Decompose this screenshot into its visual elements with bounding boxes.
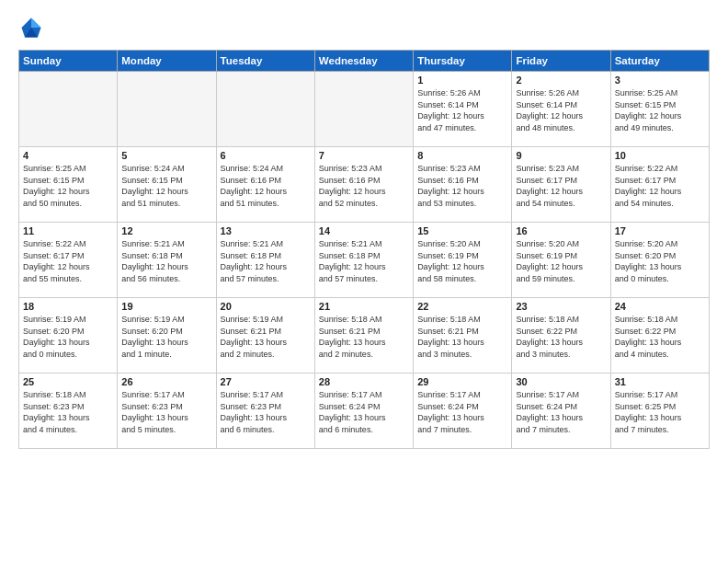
day-number: 10 [615, 150, 705, 161]
day-cell [19, 72, 118, 147]
week-row-2: 11Sunrise: 5:22 AM Sunset: 6:17 PM Dayli… [19, 223, 710, 298]
day-number: 26 [121, 376, 211, 387]
day-number: 17 [615, 225, 705, 236]
day-number: 25 [23, 376, 113, 387]
day-number: 7 [319, 150, 409, 161]
day-cell: 31Sunrise: 5:17 AM Sunset: 6:25 PM Dayli… [610, 373, 709, 449]
day-info: Sunrise: 5:24 AM Sunset: 6:15 PM Dayligh… [121, 163, 211, 209]
day-info: Sunrise: 5:19 AM Sunset: 6:20 PM Dayligh… [121, 314, 211, 360]
day-info: Sunrise: 5:23 AM Sunset: 6:16 PM Dayligh… [319, 163, 409, 209]
day-info: Sunrise: 5:18 AM Sunset: 6:23 PM Dayligh… [23, 389, 113, 435]
day-info: Sunrise: 5:23 AM Sunset: 6:17 PM Dayligh… [516, 163, 606, 209]
day-info: Sunrise: 5:26 AM Sunset: 6:14 PM Dayligh… [417, 87, 507, 133]
day-cell: 25Sunrise: 5:18 AM Sunset: 6:23 PM Dayli… [19, 373, 118, 449]
day-number: 2 [516, 75, 606, 86]
day-number: 20 [221, 301, 311, 312]
page: SundayMondayTuesdayWednesdayThursdayFrid… [0, 0, 728, 563]
day-cell: 19Sunrise: 5:19 AM Sunset: 6:20 PM Dayli… [118, 298, 216, 373]
week-row-3: 18Sunrise: 5:19 AM Sunset: 6:20 PM Dayli… [19, 298, 710, 373]
day-number: 28 [319, 376, 409, 387]
week-row-1: 4Sunrise: 5:25 AM Sunset: 6:15 PM Daylig… [19, 147, 710, 223]
day-number: 18 [23, 301, 113, 312]
day-number: 16 [516, 225, 606, 236]
day-cell: 20Sunrise: 5:19 AM Sunset: 6:21 PM Dayli… [216, 298, 314, 373]
day-info: Sunrise: 5:24 AM Sunset: 6:16 PM Dayligh… [221, 163, 311, 209]
day-cell: 22Sunrise: 5:18 AM Sunset: 6:21 PM Dayli… [414, 298, 512, 373]
day-cell: 28Sunrise: 5:17 AM Sunset: 6:24 PM Dayli… [314, 373, 413, 449]
day-cell: 14Sunrise: 5:21 AM Sunset: 6:18 PM Dayli… [314, 223, 413, 298]
day-number: 24 [615, 301, 705, 312]
day-info: Sunrise: 5:20 AM Sunset: 6:19 PM Dayligh… [516, 238, 606, 284]
header [18, 15, 710, 40]
logo [18, 15, 48, 40]
day-cell: 17Sunrise: 5:20 AM Sunset: 6:20 PM Dayli… [610, 223, 709, 298]
day-cell: 1Sunrise: 5:26 AM Sunset: 6:14 PM Daylig… [414, 72, 512, 147]
day-info: Sunrise: 5:17 AM Sunset: 6:23 PM Dayligh… [121, 389, 211, 435]
day-info: Sunrise: 5:17 AM Sunset: 6:23 PM Dayligh… [221, 389, 311, 435]
day-cell: 10Sunrise: 5:22 AM Sunset: 6:17 PM Dayli… [610, 147, 709, 223]
day-number: 19 [121, 301, 211, 312]
day-info: Sunrise: 5:17 AM Sunset: 6:24 PM Dayligh… [417, 389, 507, 435]
weekday-tuesday: Tuesday [216, 51, 314, 72]
day-info: Sunrise: 5:21 AM Sunset: 6:18 PM Dayligh… [319, 238, 409, 284]
day-cell: 7Sunrise: 5:23 AM Sunset: 6:16 PM Daylig… [314, 147, 413, 223]
day-cell: 27Sunrise: 5:17 AM Sunset: 6:23 PM Dayli… [216, 373, 314, 449]
day-cell: 9Sunrise: 5:23 AM Sunset: 6:17 PM Daylig… [512, 147, 610, 223]
day-info: Sunrise: 5:20 AM Sunset: 6:20 PM Dayligh… [615, 238, 705, 284]
day-info: Sunrise: 5:26 AM Sunset: 6:14 PM Dayligh… [516, 87, 606, 133]
day-number: 12 [121, 225, 211, 236]
day-number: 1 [417, 75, 507, 86]
day-number: 4 [23, 150, 113, 161]
day-cell: 30Sunrise: 5:17 AM Sunset: 6:24 PM Dayli… [512, 373, 610, 449]
day-cell: 13Sunrise: 5:21 AM Sunset: 6:18 PM Dayli… [216, 223, 314, 298]
day-cell: 21Sunrise: 5:18 AM Sunset: 6:21 PM Dayli… [314, 298, 413, 373]
day-info: Sunrise: 5:23 AM Sunset: 6:16 PM Dayligh… [417, 163, 507, 209]
day-number: 27 [221, 376, 311, 387]
weekday-header-row: SundayMondayTuesdayWednesdayThursdayFrid… [19, 51, 710, 72]
weekday-sunday: Sunday [19, 51, 118, 72]
day-info: Sunrise: 5:17 AM Sunset: 6:25 PM Dayligh… [615, 389, 705, 435]
day-info: Sunrise: 5:22 AM Sunset: 6:17 PM Dayligh… [615, 163, 705, 209]
day-cell: 16Sunrise: 5:20 AM Sunset: 6:19 PM Dayli… [512, 223, 610, 298]
day-number: 23 [516, 301, 606, 312]
day-info: Sunrise: 5:17 AM Sunset: 6:24 PM Dayligh… [516, 389, 606, 435]
day-number: 11 [23, 225, 113, 236]
day-cell: 11Sunrise: 5:22 AM Sunset: 6:17 PM Dayli… [19, 223, 118, 298]
day-cell: 15Sunrise: 5:20 AM Sunset: 6:19 PM Dayli… [414, 223, 512, 298]
day-info: Sunrise: 5:19 AM Sunset: 6:21 PM Dayligh… [221, 314, 311, 360]
day-info: Sunrise: 5:18 AM Sunset: 6:22 PM Dayligh… [516, 314, 606, 360]
svg-marker-1 [31, 18, 41, 29]
weekday-wednesday: Wednesday [314, 51, 413, 72]
day-number: 5 [121, 150, 211, 161]
day-cell: 29Sunrise: 5:17 AM Sunset: 6:24 PM Dayli… [414, 373, 512, 449]
day-number: 21 [319, 301, 409, 312]
day-info: Sunrise: 5:22 AM Sunset: 6:17 PM Dayligh… [23, 238, 113, 284]
weekday-saturday: Saturday [610, 51, 709, 72]
day-cell: 23Sunrise: 5:18 AM Sunset: 6:22 PM Dayli… [512, 298, 610, 373]
day-number: 9 [516, 150, 606, 161]
day-cell: 18Sunrise: 5:19 AM Sunset: 6:20 PM Dayli… [19, 298, 118, 373]
day-cell: 4Sunrise: 5:25 AM Sunset: 6:15 PM Daylig… [19, 147, 118, 223]
day-number: 14 [319, 225, 409, 236]
day-cell: 3Sunrise: 5:25 AM Sunset: 6:15 PM Daylig… [610, 72, 709, 147]
day-info: Sunrise: 5:25 AM Sunset: 6:15 PM Dayligh… [23, 163, 113, 209]
day-cell [118, 72, 216, 147]
weekday-monday: Monday [118, 51, 216, 72]
logo-icon [18, 15, 44, 40]
weekday-friday: Friday [512, 51, 610, 72]
day-info: Sunrise: 5:18 AM Sunset: 6:21 PM Dayligh… [319, 314, 409, 360]
week-row-4: 25Sunrise: 5:18 AM Sunset: 6:23 PM Dayli… [19, 373, 710, 449]
day-cell: 26Sunrise: 5:17 AM Sunset: 6:23 PM Dayli… [118, 373, 216, 449]
day-info: Sunrise: 5:18 AM Sunset: 6:22 PM Dayligh… [615, 314, 705, 360]
day-number: 31 [615, 376, 705, 387]
day-info: Sunrise: 5:17 AM Sunset: 6:24 PM Dayligh… [319, 389, 409, 435]
day-number: 15 [417, 225, 507, 236]
week-row-0: 1Sunrise: 5:26 AM Sunset: 6:14 PM Daylig… [19, 72, 710, 147]
day-number: 29 [417, 376, 507, 387]
day-number: 30 [516, 376, 606, 387]
day-cell [314, 72, 413, 147]
day-cell: 5Sunrise: 5:24 AM Sunset: 6:15 PM Daylig… [118, 147, 216, 223]
day-cell: 8Sunrise: 5:23 AM Sunset: 6:16 PM Daylig… [414, 147, 512, 223]
day-number: 8 [417, 150, 507, 161]
day-info: Sunrise: 5:19 AM Sunset: 6:20 PM Dayligh… [23, 314, 113, 360]
